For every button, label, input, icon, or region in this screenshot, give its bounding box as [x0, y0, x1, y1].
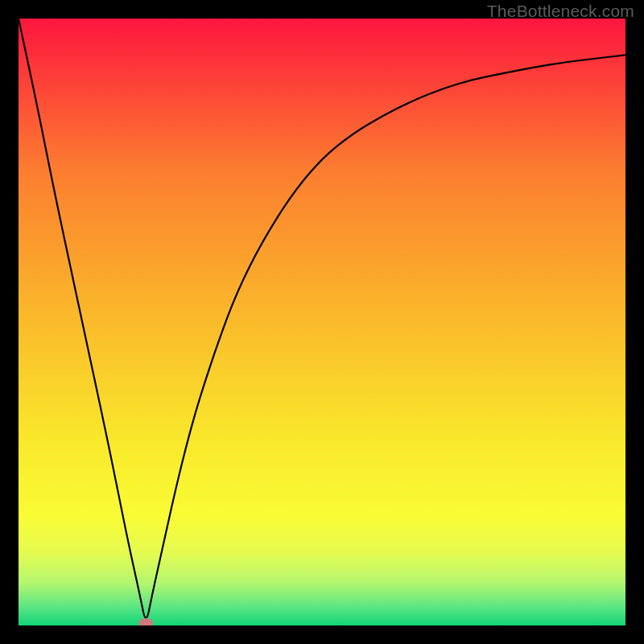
- gradient-background: [19, 19, 625, 625]
- watermark-text: TheBottleneck.com: [487, 2, 634, 21]
- bottleneck-chart: [19, 19, 625, 625]
- plot-frame: [19, 19, 625, 625]
